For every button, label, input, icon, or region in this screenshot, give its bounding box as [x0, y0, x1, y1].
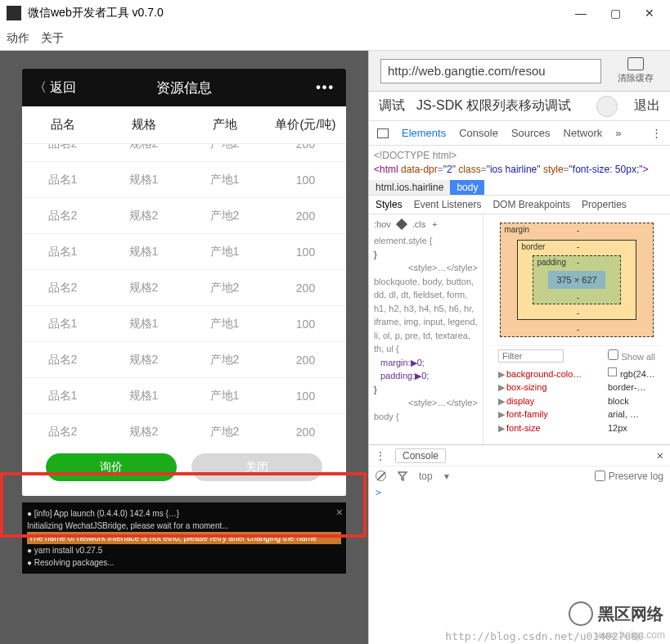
log-line: ● Resolving packages...: [27, 556, 341, 569]
show-all-toggle[interactable]: Show all: [608, 349, 655, 362]
tab-event-listeners[interactable]: Event Listeners: [414, 199, 482, 210]
watermark-url: www.heiqu.com: [596, 629, 665, 641]
chevron-left-icon: 〈: [34, 79, 47, 97]
preserve-log-label: Preserve log: [609, 471, 663, 482]
computed-row[interactable]: ▶background-colo…rgb(24…: [498, 367, 655, 381]
rule-prop[interactable]: padding:▶0;: [380, 369, 478, 383]
clear-console-icon[interactable]: [375, 471, 386, 481]
table-row[interactable]: 品名2规格2产地2200: [22, 144, 346, 162]
context-select[interactable]: top: [419, 471, 433, 482]
table-row[interactable]: 品名2规格2产地2200: [22, 198, 346, 234]
log-line: ● [info] App launch (0.4.4.0) 142.4 ms {…: [27, 507, 341, 520]
table-row[interactable]: 品名2规格2产地2200: [22, 414, 346, 439]
hov-toggle[interactable]: :hov: [374, 218, 391, 232]
page-title: 资源信息: [156, 79, 212, 97]
menu-action[interactable]: 动作: [7, 31, 29, 46]
bc-html[interactable]: html.ios.hairline: [369, 180, 450, 195]
add-rule-button[interactable]: +: [432, 218, 437, 232]
log-line: Initializing WechatJSBridge, please wait…: [27, 520, 341, 532]
filter-icon[interactable]: [398, 471, 407, 481]
table-row[interactable]: 品名1规格1产地1100: [22, 306, 346, 342]
console-toolbar: top ▾ Preserve log: [369, 466, 670, 485]
rule-source[interactable]: <style>…</style>: [374, 396, 478, 410]
exit-button[interactable]: 退出: [634, 97, 660, 115]
computed-row[interactable]: ▶box-sizingborder-…: [498, 381, 655, 394]
bm-padding[interactable]: padding - 375 × 627 -: [533, 255, 620, 304]
show-all-checkbox[interactable]: [608, 349, 618, 360]
tab-sources[interactable]: Sources: [511, 127, 551, 139]
table-header: 品名 规格 产地 单价(元/吨): [22, 106, 346, 144]
rule-prop[interactable]: margin:▶0;: [380, 356, 478, 370]
bc-body[interactable]: body: [450, 180, 484, 195]
style-tabs: Styles Event Listeners DOM Breakpoints P…: [369, 195, 670, 214]
avatar[interactable]: [596, 96, 618, 117]
color-icon[interactable]: [396, 218, 407, 230]
rule-brace: }: [374, 248, 478, 262]
clear-cache-button[interactable]: 清除缓存: [613, 57, 659, 84]
console-tab[interactable]: Console: [395, 448, 446, 463]
preserve-log-checkbox[interactable]: [595, 471, 605, 481]
tab-dom-breakpoints[interactable]: DOM Breakpoints: [492, 199, 570, 210]
th-spec: 规格: [103, 117, 184, 133]
url-input[interactable]: [380, 59, 601, 83]
close-page-button[interactable]: 关闭: [191, 453, 322, 481]
log-line: ● yarn install v0.27.5: [27, 544, 341, 556]
menu-about[interactable]: 关于: [41, 31, 64, 46]
tab-elements[interactable]: Elements: [402, 127, 446, 139]
back-button[interactable]: 〈 返回: [34, 79, 76, 97]
tab-more-chevron[interactable]: »: [615, 127, 621, 139]
url-bar: 清除缓存: [369, 51, 670, 92]
th-origin: 产地: [184, 117, 265, 133]
tab-network[interactable]: Network: [564, 127, 603, 139]
computed-list[interactable]: ▶background-colo…rgb(24… ▶box-sizingbord…: [492, 366, 662, 437]
phone-header: 〈 返回 资源信息 •••: [22, 69, 346, 106]
maximize-button[interactable]: ▢: [609, 7, 621, 19]
table-row[interactable]: 品名1规格1产地1100: [22, 162, 346, 198]
bm-margin[interactable]: margin - border - padding - 375 × 627 - …: [500, 223, 653, 337]
drawer-menu-icon[interactable]: ⋮: [375, 450, 385, 462]
menu-bar: 动作 关于: [0, 26, 670, 51]
show-all-label: Show all: [621, 352, 655, 362]
devtools-tabs: Elements Console Sources Network » ⋮: [369, 121, 670, 146]
box-model: margin - border - padding - 375 × 627 - …: [483, 214, 670, 445]
log-line-warn: The name of network interface is not eth…: [27, 532, 341, 544]
table-row[interactable]: 品名2规格2产地2200: [22, 270, 346, 306]
computed-row[interactable]: ▶font-size12px: [498, 421, 655, 435]
bm-border[interactable]: border - padding - 375 × 627 - -: [517, 240, 636, 320]
table-body[interactable]: 品名2规格2产地2200 品名1规格1产地1100 品名2规格2产地2200 品…: [22, 144, 346, 439]
more-button[interactable]: •••: [316, 80, 335, 95]
tab-console[interactable]: Console: [459, 127, 498, 139]
tab-properties[interactable]: Properties: [582, 199, 627, 210]
console-close-icon[interactable]: ×: [336, 504, 343, 521]
devtools-menu-icon[interactable]: ⋮: [651, 127, 662, 139]
watermark-text: 黑区网络: [598, 603, 663, 625]
table-row[interactable]: 品名1规格1产地1100: [22, 378, 346, 414]
devtools-panel: 清除缓存 调试 JS-SDK 权限列表移动调试 退出 Elements Cons…: [368, 51, 670, 644]
table-row[interactable]: 品名1规格1产地1100: [22, 234, 346, 270]
minimize-button[interactable]: —: [575, 7, 587, 19]
filter-input[interactable]: [498, 349, 564, 363]
inquiry-button[interactable]: 询价: [46, 453, 177, 481]
top-tabs: 调试 JS-SDK 权限列表移动调试 退出: [369, 92, 670, 121]
rule-selector: element.style {: [374, 234, 478, 248]
back-label: 返回: [50, 79, 76, 97]
style-rules[interactable]: :hov .cls + element.style { } <style>…</…: [369, 214, 483, 445]
th-price: 单价(元/吨): [265, 117, 346, 133]
inspect-icon[interactable]: [377, 128, 389, 138]
tab-debug[interactable]: 调试: [379, 97, 405, 115]
cls-toggle[interactable]: .cls: [412, 218, 426, 232]
tab-jssdk[interactable]: JS-SDK 权限列表移动调试: [416, 97, 571, 115]
computed-row[interactable]: ▶font-familyarial, …: [498, 408, 655, 421]
rule-brace: }: [374, 383, 478, 397]
elements-tree[interactable]: <!DOCTYPE html> <html data-dpr="2" class…: [369, 146, 670, 180]
console-prompt[interactable]: >: [369, 485, 670, 500]
rule-source[interactable]: <style>…</style>: [374, 261, 478, 275]
tab-styles[interactable]: Styles: [375, 199, 402, 210]
drawer-close-icon[interactable]: ×: [657, 449, 663, 462]
action-buttons: 询价 关闭: [22, 439, 346, 496]
sim-console: × ● [info] App launch (0.4.4.0) 142.4 ms…: [22, 502, 346, 574]
mushroom-icon: [569, 601, 593, 626]
close-button[interactable]: ✕: [644, 7, 655, 19]
computed-row[interactable]: ▶displayblock: [498, 394, 655, 408]
table-row[interactable]: 品名2规格2产地2200: [22, 342, 346, 378]
